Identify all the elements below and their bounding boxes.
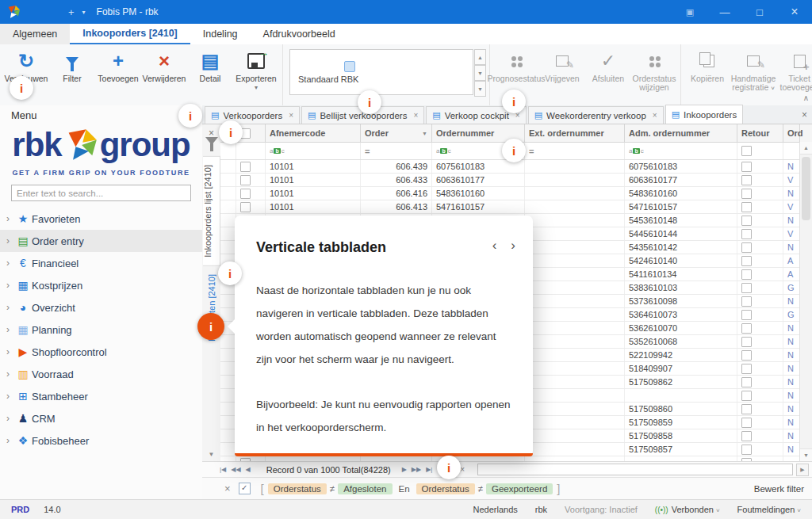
- sidebar-search-input[interactable]: [11, 185, 191, 201]
- nav-back-icon[interactable]: ◀: [246, 466, 251, 473]
- app-options-icon[interactable]: ▣: [672, 0, 707, 24]
- ribbon-tab-indeling[interactable]: Indeling: [190, 24, 251, 44]
- column-header-ext-ordernummer[interactable]: Ext. ordernummer: [525, 124, 625, 142]
- row-checkbox[interactable]: [240, 162, 251, 172]
- status-item-foutmeldingen[interactable]: Foutmeldingen˅: [737, 505, 801, 514]
- coach-record-bar-info-badge[interactable]: i: [437, 456, 461, 479]
- retour-checkbox[interactable]: [741, 418, 752, 428]
- retour-checkbox[interactable]: [741, 269, 752, 280]
- coach-grid-corner-info-badge[interactable]: i: [219, 120, 243, 144]
- clear-filter-icon[interactable]: ×: [224, 483, 231, 494]
- nav-forward-icon[interactable]: ▶: [402, 466, 407, 473]
- coach-vertical-tabs-info-badge[interactable]: i: [197, 313, 224, 340]
- filter-button[interactable]: Filter: [49, 48, 95, 83]
- sidebar-item-order-entry[interactable]: › ▤ Order entry: [0, 230, 202, 252]
- sidebar-item-shopfloorcontrol[interactable]: › ▶ Shopfloorcontrol: [0, 341, 202, 363]
- filter-cell-afnemercode[interactable]: abc: [266, 143, 361, 159]
- column-header-adm-ordernummer[interactable]: Adm. ordernummer: [625, 124, 737, 142]
- retour-checkbox[interactable]: [741, 364, 752, 374]
- retour-checkbox[interactable]: [741, 242, 752, 253]
- qat-dropdown-icon[interactable]: ▾: [82, 9, 86, 16]
- filter-cell-adm-ordernummer[interactable]: abc: [625, 143, 737, 159]
- view-gallery[interactable]: Standaard RBK: [289, 49, 473, 95]
- exporteren-button[interactable]: Exporteren ▾: [233, 48, 279, 91]
- coach-ordernummer-info-badge[interactable]: i: [502, 139, 526, 162]
- retour-checkbox[interactable]: [741, 350, 752, 361]
- filter-chip-field[interactable]: Orderstatus: [416, 483, 475, 494]
- orderstatus-wijzigen-button[interactable]: Orderstatus wijzigen: [631, 48, 677, 92]
- retour-checkbox[interactable]: [741, 377, 752, 387]
- table-row[interactable]: 10101 606.413 5471610157 5471610157 V: [220, 200, 812, 214]
- coach-gegevens-info-badge[interactable]: i: [10, 76, 33, 100]
- nav-forward-icon[interactable]: ▶▶: [412, 466, 421, 473]
- sidebar-item-overzicht[interactable]: › ◕ Overzicht: [0, 296, 202, 319]
- verwijderen-button[interactable]: × Verwijderen: [141, 48, 187, 83]
- close-tab-icon[interactable]: ×: [289, 111, 293, 120]
- handmatige-registratie-button[interactable]: Handmatige registratie ˅: [730, 48, 776, 93]
- table-row[interactable]: 10101 606.433 6063610177 6063610177 V: [220, 174, 812, 187]
- sidebar-item-crm[interactable]: › ♟ CRM: [0, 407, 202, 429]
- sidebar-item-voorraad[interactable]: › ▥ Voorraad: [0, 363, 202, 385]
- close-tab-icon[interactable]: ×: [413, 111, 418, 120]
- retour-checkbox[interactable]: [741, 162, 752, 172]
- scroll-down-icon[interactable]: ▼: [800, 448, 812, 461]
- nav-forward-icon[interactable]: ▶|: [426, 466, 432, 473]
- vrijgeven-button[interactable]: Vrijgeven: [539, 48, 585, 83]
- table-row[interactable]: 10101 606.416 5483610160 5483610160 N: [220, 187, 812, 200]
- close-tab-icon[interactable]: ×: [653, 111, 657, 120]
- column-header-order[interactable]: Order▼: [361, 124, 432, 142]
- retour-checkbox[interactable]: [741, 229, 752, 239]
- maximize-button[interactable]: □: [742, 0, 777, 24]
- retour-checkbox[interactable]: [741, 175, 752, 185]
- filter-cell-ext-ordernummer[interactable]: =: [525, 143, 625, 159]
- status-item-verbonden[interactable]: ((•))Verbonden˅: [655, 505, 720, 514]
- filter-enabled-checkbox[interactable]: ✓: [239, 483, 251, 494]
- coach-view-info-badge[interactable]: i: [358, 90, 381, 114]
- vertical-scrollbar[interactable]: ▲ ▼: [799, 142, 812, 461]
- nav-back-icon[interactable]: |◀: [220, 466, 226, 473]
- vtab-scroll-down-icon[interactable]: ▼: [209, 451, 215, 458]
- column-header-retour[interactable]: Retour: [737, 124, 783, 142]
- view-gallery-spin-2[interactable]: ▼: [474, 81, 486, 97]
- doc-tab-inkooporders[interactable]: ▤ Inkooporders: [665, 105, 744, 124]
- retour-checkbox[interactable]: [741, 202, 752, 212]
- retour-checkbox[interactable]: [741, 216, 752, 226]
- sidebar-item-kostprijzen[interactable]: › ▦ Kostprijzen: [0, 274, 202, 296]
- popup-prev-icon[interactable]: ‹: [492, 238, 497, 254]
- filter-chip-field[interactable]: Orderstatus: [268, 483, 327, 494]
- nav-back-icon[interactable]: ◀◀: [231, 466, 240, 473]
- filter-cell-order[interactable]: =: [361, 143, 432, 159]
- coach-doc-tabs-info-badge[interactable]: i: [502, 90, 526, 113]
- ribbon-tab-afdrukvoorbeeld[interactable]: Afdrukvoorbeeld: [251, 24, 348, 44]
- filter-chip-value[interactable]: Geexporteerd: [486, 483, 553, 494]
- view-gallery-spin-0[interactable]: ▲: [474, 49, 486, 65]
- filter-operator[interactable]: ≠: [478, 484, 483, 494]
- filter-chip-value[interactable]: Afgesloten: [338, 483, 392, 494]
- coach-rapporten-info-badge[interactable]: i: [218, 261, 242, 285]
- column-header-ord[interactable]: Ord: [783, 124, 800, 142]
- sidebar-item-planning[interactable]: › ▦ Planning: [0, 319, 202, 341]
- retour-checkbox[interactable]: [741, 189, 752, 199]
- retour-checkbox[interactable]: [741, 310, 752, 320]
- qat-add-button[interactable]: +: [68, 6, 75, 18]
- view-gallery-spin-1[interactable]: ▼: [474, 65, 486, 81]
- retour-checkbox[interactable]: [741, 323, 752, 334]
- scroll-up-icon[interactable]: ▲: [800, 142, 812, 155]
- sidebar-item-financieel[interactable]: › € Financieel: [0, 252, 202, 274]
- ribbon-tab-inkooporders-2410[interactable]: Inkooporders [2410]: [70, 24, 190, 44]
- doc-tab-weekorderentry-verkoop[interactable]: ▤ Weekorderentry verkoop ×: [528, 106, 664, 124]
- dropdown-icon[interactable]: ▾: [255, 84, 258, 91]
- sidebar-item-stambeheer[interactable]: › ⊞ Stambeheer: [0, 385, 202, 407]
- ribbon-collapse-icon[interactable]: ∧: [803, 93, 809, 102]
- sidebar-item-favorieten[interactable]: › ★ Favorieten: [0, 208, 202, 230]
- row-checkbox[interactable]: [240, 202, 251, 212]
- record-edit-icon[interactable]: ×: [460, 465, 465, 474]
- retour-checkbox[interactable]: [741, 404, 752, 414]
- tab-list-close-icon[interactable]: ×: [802, 109, 807, 120]
- detail-button[interactable]: ▤ Detail: [187, 48, 233, 83]
- retour-checkbox[interactable]: [741, 445, 752, 455]
- minimize-button[interactable]: —: [707, 0, 742, 24]
- horizontal-scrollbar[interactable]: [477, 464, 793, 475]
- scrollbar-thumb[interactable]: [802, 157, 810, 220]
- filter-cell-ord[interactable]: [783, 143, 800, 159]
